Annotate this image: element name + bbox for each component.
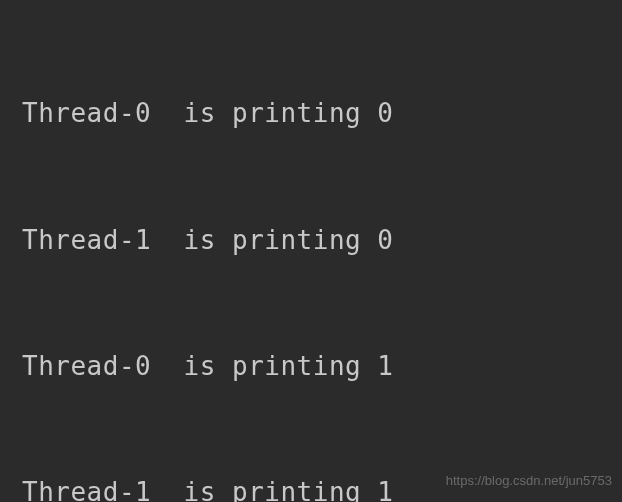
watermark-text: https://blog.csdn.net/jun5753 [446, 473, 612, 488]
console-output: Thread-0 is printing 0 Thread-1 is print… [0, 0, 622, 502]
output-line: Thread-0 is printing 1 [22, 345, 622, 387]
output-line: Thread-1 is printing 0 [22, 219, 622, 261]
output-line: Thread-0 is printing 0 [22, 92, 622, 134]
